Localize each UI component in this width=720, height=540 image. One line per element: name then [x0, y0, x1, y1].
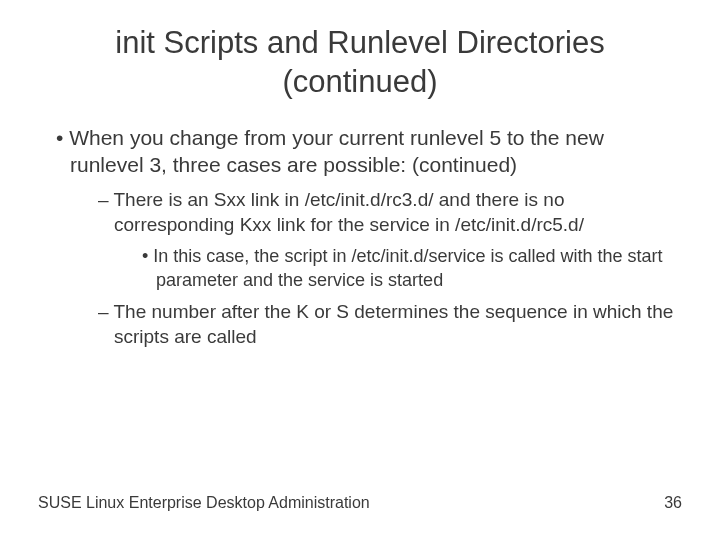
footer-left: SUSE Linux Enterprise Desktop Administra… — [38, 494, 370, 512]
bullet-text: In this case, the script in /etc/init.d/… — [153, 246, 662, 289]
bullet-level2: There is an Sxx link in /etc/init.d/rc3.… — [98, 188, 682, 292]
slide-title: init Scripts and Runlevel Directories (c… — [38, 24, 682, 102]
bullet-level3: In this case, the script in /etc/init.d/… — [142, 245, 682, 292]
slide-body: When you change from your current runlev… — [38, 124, 682, 350]
bullet-text: The number after the K or S determines t… — [114, 301, 674, 347]
bullet-level1: When you change from your current runlev… — [56, 124, 682, 350]
bullet-text: When you change from your current runlev… — [69, 126, 604, 176]
slide-footer: SUSE Linux Enterprise Desktop Administra… — [38, 494, 682, 512]
page-number: 36 — [664, 494, 682, 512]
bullet-level2: The number after the K or S determines t… — [98, 300, 682, 349]
bullet-text: There is an Sxx link in /etc/init.d/rc3.… — [114, 189, 584, 235]
